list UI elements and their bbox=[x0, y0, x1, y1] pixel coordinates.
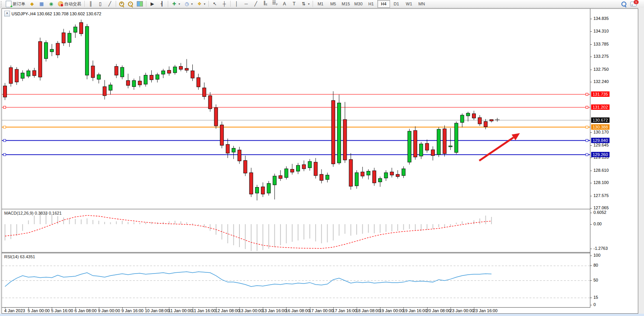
candle bbox=[173, 65, 177, 75]
price-tick-label: 134.835 bbox=[593, 16, 609, 21]
timeframe-button-m15[interactable]: M15 bbox=[339, 0, 352, 8]
price-panel[interactable] bbox=[2, 9, 590, 209]
candle bbox=[390, 168, 393, 178]
timeframe-button-m1[interactable]: M1 bbox=[314, 0, 327, 8]
time-tick-label: 11 Jan 16:00 bbox=[192, 308, 216, 313]
candle bbox=[167, 67, 171, 76]
time-tick-label: 17 Jan 16:00 bbox=[333, 308, 357, 313]
axis-tick bbox=[590, 298, 592, 298]
templates-button[interactable]: ❖▾ bbox=[195, 0, 207, 8]
horizontal-line-object[interactable] bbox=[2, 139, 590, 142]
price-tick-label: 132.750 bbox=[593, 67, 609, 72]
fibonacci-button[interactable]: ☰F bbox=[270, 0, 280, 8]
line-chart-button[interactable]: ╱ bbox=[105, 0, 115, 8]
notification-badge: 1 bbox=[634, 0, 639, 4]
timeframe-button-d1[interactable]: D1 bbox=[390, 0, 403, 8]
vertical-line-button[interactable]: │ bbox=[232, 0, 241, 8]
indicators-list-button[interactable]: ◆ bbox=[27, 0, 37, 8]
cursor-button[interactable]: ↖ bbox=[210, 0, 220, 8]
autotrade-icon bbox=[58, 1, 63, 7]
time-tick-label: 9 Jan 16:00 bbox=[121, 308, 144, 313]
window-bottom-strip bbox=[0, 314, 644, 316]
toolbar-separator bbox=[208, 1, 209, 7]
auto-scroll-button[interactable]: ▶ bbox=[147, 0, 157, 8]
price-axis[interactable]: 134.835134.310133.785133.275132.750132.2… bbox=[590, 9, 638, 313]
timeframe-button-m5[interactable]: M5 bbox=[327, 0, 339, 8]
arrows-button[interactable]: ⇅▾ bbox=[299, 0, 311, 8]
auto-scroll-icon: ▶ bbox=[149, 1, 155, 7]
zoom-in-button[interactable]: + bbox=[117, 0, 126, 8]
market-watch-button[interactable]: ▦ bbox=[37, 0, 46, 8]
axis-tick bbox=[590, 256, 592, 256]
rsi-panel[interactable]: RSI(14) 63.4351 bbox=[2, 253, 590, 308]
search-button[interactable] bbox=[619, 0, 628, 8]
axis-tick bbox=[590, 145, 592, 146]
signals-button[interactable]: ◉ bbox=[46, 0, 56, 8]
price-tick-label: 129.645 bbox=[593, 143, 609, 147]
rsi-axis-label: 100 bbox=[593, 253, 600, 257]
text-button[interactable]: A bbox=[280, 0, 289, 8]
macd-canvas bbox=[2, 210, 590, 252]
notifications-button[interactable]: 1 bbox=[628, 0, 639, 8]
template-icon: ❖ bbox=[197, 1, 202, 7]
window-right-strip bbox=[638, 8, 644, 316]
time-tick-label: 9 Jan 00:00 bbox=[98, 308, 120, 313]
vertical-line-icon: │ bbox=[234, 1, 239, 7]
axis-tick bbox=[590, 44, 592, 45]
one-click-trading-toggle[interactable]: ▼ bbox=[4, 11, 10, 16]
timeframe-button-w1[interactable]: W1 bbox=[403, 0, 415, 8]
hline-price-badge: 129.840 bbox=[591, 138, 610, 143]
candle bbox=[126, 74, 130, 88]
candle bbox=[297, 163, 300, 174]
timeframe-button-h1[interactable]: H1 bbox=[365, 0, 377, 8]
periods-button[interactable]: ◷▾ bbox=[182, 0, 195, 8]
crosshair-button[interactable]: ┼ bbox=[220, 0, 229, 8]
trendline-button[interactable]: ╱ bbox=[251, 0, 261, 8]
candle bbox=[349, 153, 352, 190]
horizontal-line-object[interactable] bbox=[2, 153, 590, 156]
candle bbox=[3, 83, 7, 100]
chart-window[interactable]: ▼ USDJPY-,H4 130.662 130.708 130.602 130… bbox=[2, 8, 638, 314]
candle bbox=[144, 73, 147, 86]
candlestick-button[interactable]: ▯ bbox=[95, 0, 105, 8]
candle bbox=[460, 114, 464, 127]
candle bbox=[27, 69, 30, 78]
candle bbox=[208, 92, 212, 112]
text-label-button[interactable]: T bbox=[289, 0, 299, 8]
horizontal-line-object[interactable] bbox=[2, 126, 590, 128]
add-indicator-button[interactable]: ✚▾ bbox=[169, 0, 182, 8]
time-tick-label: 20 Jan 08:00 bbox=[426, 308, 451, 313]
channel-button[interactable]: ∥E bbox=[261, 0, 270, 8]
bar-chart-button[interactable]: ║ bbox=[86, 0, 95, 8]
axis-tick bbox=[590, 208, 592, 208]
candle bbox=[38, 37, 42, 80]
candle bbox=[367, 169, 370, 179]
horizontal-line-object[interactable] bbox=[2, 106, 590, 108]
chevron-down-icon: ▾ bbox=[204, 2, 205, 6]
toolbar-separator bbox=[84, 1, 85, 7]
candle bbox=[44, 40, 48, 61]
timeframe-button-h4[interactable]: H4 bbox=[377, 0, 390, 8]
candle bbox=[50, 44, 54, 56]
axis-tick bbox=[590, 224, 592, 225]
horizontal-line-button[interactable]: ─ bbox=[241, 0, 251, 8]
timeframe-button-mn[interactable]: MN bbox=[415, 0, 428, 8]
toolbar-separator bbox=[313, 1, 313, 7]
bar-chart-icon: ║ bbox=[88, 1, 93, 7]
time-axis[interactable]: 4 Jan 20235 Jan 00:005 Jan 16:006 Jan 08… bbox=[2, 308, 590, 313]
macd-axis-label: 0.6052 bbox=[593, 210, 606, 215]
timeframe-button-m30[interactable]: M30 bbox=[352, 0, 365, 8]
tile-windows-button[interactable] bbox=[135, 0, 145, 8]
price-tick-label: 128.610 bbox=[593, 168, 609, 173]
autotrading-button[interactable]: 自动交易 bbox=[56, 0, 83, 8]
time-tick-label: 5 Jan 16:00 bbox=[51, 308, 73, 313]
candle bbox=[132, 78, 136, 90]
new-order-button[interactable]: +新订单 bbox=[4, 0, 27, 8]
arrow-annotation[interactable] bbox=[479, 133, 520, 161]
macd-axis-label: 0.00 bbox=[593, 222, 601, 226]
rsi-canvas bbox=[2, 253, 590, 307]
macd-panel[interactable]: MACD(12,26,9) 0.3833 0.1621 bbox=[2, 210, 590, 252]
zoom-out-button[interactable]: - bbox=[126, 0, 135, 8]
chart-shift-button[interactable]: ┨ bbox=[157, 0, 167, 8]
horizontal-line-object[interactable] bbox=[2, 93, 590, 95]
